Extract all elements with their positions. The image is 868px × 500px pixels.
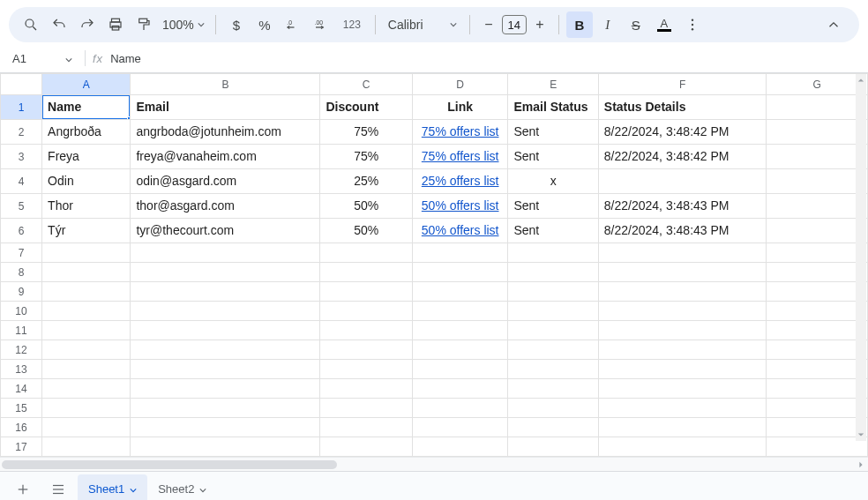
cell[interactable] [767,243,868,263]
cell[interactable]: Email [131,95,320,120]
cell[interactable] [412,418,508,437]
column-header[interactable]: G [767,74,868,95]
cell[interactable] [42,282,131,302]
all-sheets-button[interactable] [42,475,74,501]
cell[interactable] [412,302,508,321]
cell[interactable]: 75% [320,120,412,145]
cell[interactable]: 8/22/2024, 3:48:43 PM [598,219,766,243]
cell[interactable] [320,282,412,302]
cell[interactable] [767,340,868,360]
cell[interactable]: 75% [320,145,412,169]
increase-decimal-icon[interactable]: .00 [308,11,334,38]
cell[interactable] [598,418,766,437]
cells-table[interactable]: ABCDEFG 1NameEmailDiscountLinkEmail Stat… [0,73,868,457]
cell[interactable] [320,243,412,263]
column-header[interactable]: E [508,74,598,95]
cell[interactable] [598,379,766,399]
scroll-down-button[interactable] [856,429,866,441]
cell[interactable]: Odin [42,169,131,194]
cell[interactable] [508,321,598,340]
row-header[interactable]: 14 [1,379,42,399]
vertical-scrollbar[interactable] [856,74,866,441]
cell[interactable] [131,379,320,399]
cell[interactable]: 8/22/2024, 3:48:42 PM [598,120,766,145]
cell[interactable] [320,360,412,379]
column-header[interactable]: D [412,74,508,95]
row-header[interactable]: 1 [1,95,42,120]
cell[interactable]: 75% offers list [412,145,508,169]
scroll-right-button[interactable] [854,458,868,472]
collapse-toolbar-button[interactable] [820,11,847,38]
cell[interactable] [320,437,412,457]
undo-icon[interactable] [46,11,72,38]
cell[interactable]: Freya [42,145,131,169]
row-header[interactable]: 7 [1,243,42,263]
cell[interactable] [508,282,598,302]
column-header[interactable]: B [131,74,320,95]
cell[interactable] [131,243,320,263]
cell[interactable] [412,282,508,302]
horizontal-scroll-thumb[interactable] [2,460,337,469]
cell[interactable] [412,379,508,399]
cell[interactable]: 25% offers list [412,169,508,194]
cell[interactable] [42,340,131,360]
cell[interactable]: Sent [508,145,598,169]
cell[interactable]: x [508,169,598,194]
number-format-dropdown[interactable]: 123 [336,11,368,38]
cell[interactable] [598,169,766,194]
cell[interactable] [598,263,766,282]
cell[interactable] [42,321,131,340]
row-header[interactable]: 15 [1,399,42,418]
cell[interactable] [767,437,868,457]
increase-font-size-button[interactable]: + [528,11,551,38]
cell[interactable]: 75% offers list [412,120,508,145]
cell[interactable] [598,340,766,360]
cell[interactable] [131,399,320,418]
cell[interactable]: 50% [320,194,412,219]
row-header[interactable]: 13 [1,360,42,379]
row-header[interactable]: 9 [1,282,42,302]
select-all-corner[interactable] [1,74,42,95]
cell[interactable]: 8/22/2024, 3:48:42 PM [598,145,766,169]
decrease-decimal-icon[interactable]: .0 [280,11,306,38]
cell[interactable]: Sent [508,219,598,243]
sheet-tab[interactable]: Sheet1 [78,474,147,501]
row-header[interactable]: 8 [1,263,42,282]
cell[interactable] [508,399,598,418]
cell[interactable] [767,95,868,120]
print-icon[interactable] [102,11,129,38]
cell[interactable] [767,194,868,219]
cell[interactable] [508,263,598,282]
cell[interactable] [131,282,320,302]
cell[interactable] [767,263,868,282]
cell[interactable] [131,263,320,282]
cell[interactable] [508,302,598,321]
cell[interactable]: Discount [320,95,412,120]
row-header[interactable]: 4 [1,169,42,194]
cell[interactable] [508,360,598,379]
column-header[interactable]: A [42,74,131,95]
cell[interactable] [320,263,412,282]
cell[interactable] [320,379,412,399]
cell[interactable]: Link [412,95,508,120]
cell[interactable] [131,321,320,340]
cell[interactable] [412,399,508,418]
font-dropdown[interactable]: Calibri [383,18,462,32]
cell[interactable] [508,243,598,263]
cell[interactable] [42,418,131,437]
cell[interactable] [767,282,868,302]
row-header[interactable]: 2 [1,120,42,145]
cell[interactable] [412,321,508,340]
paint-format-icon[interactable] [131,11,157,38]
cell[interactable] [412,263,508,282]
cell[interactable] [508,379,598,399]
cell[interactable] [42,263,131,282]
currency-icon[interactable]: $ [223,11,250,38]
strikethrough-button[interactable]: S [623,11,649,38]
row-header[interactable]: 12 [1,340,42,360]
redo-icon[interactable] [74,11,101,38]
search-icon[interactable] [18,11,44,38]
cell[interactable] [598,321,766,340]
more-formatting-button[interactable] [679,11,706,38]
italic-button[interactable]: I [595,11,621,38]
